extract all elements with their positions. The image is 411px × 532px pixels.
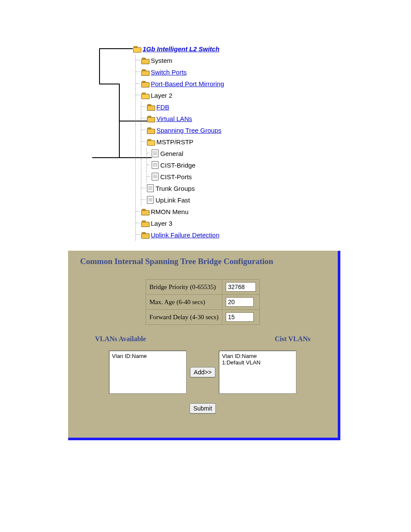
tree-label: RMON Menu: [151, 206, 189, 218]
folder-open-icon: [147, 139, 155, 145]
document-icon: [147, 184, 154, 192]
cfg-label-fwd: Forward Delay (4-30 secs): [146, 310, 222, 325]
tree-item-stg[interactable]: Spanning Tree Groups: [132, 124, 304, 136]
tree-item-cist-bridge[interactable]: CIST-Bridge: [132, 159, 304, 171]
tree-label: General: [160, 148, 183, 159]
folder-icon: [141, 208, 149, 215]
tree-label: Switch Ports: [151, 66, 187, 78]
tree-item-layer2[interactable]: Layer 2: [132, 90, 304, 101]
heading-cist-vlans: Cist VLANs: [275, 335, 311, 343]
tree-item-vlans[interactable]: Virtual LANs: [132, 113, 304, 124]
tree-label: FDB: [156, 101, 169, 113]
cist-vlans-listbox[interactable]: Vlan ID:Name 1:Default VLAN: [219, 351, 296, 394]
folder-icon: [141, 220, 149, 226]
tree-label: Layer 2: [151, 90, 172, 101]
tree-root-label: 1Gb Intelligent L2 Switch: [143, 43, 219, 55]
folder-open-icon: [133, 46, 141, 52]
cfg-label-maxage: Max. Age (6-40 secs): [146, 295, 222, 310]
heading-vlans-available: VLANs Available: [95, 335, 146, 343]
tree-label: System: [151, 55, 172, 66]
tree-label: CIST-Bridge: [160, 159, 196, 171]
tree-item-mstp[interactable]: MSTP/RSTP: [132, 136, 304, 148]
tree-item-cist-ports[interactable]: CIST-Ports: [132, 171, 304, 183]
tree-label: UpLink Fast: [156, 194, 190, 206]
available-vlans-listbox[interactable]: Vlan ID:Name: [109, 351, 187, 394]
folder-icon: [147, 115, 155, 121]
forward-delay-input[interactable]: [226, 312, 254, 322]
tree-label: MSTP/RSTP: [156, 136, 193, 148]
tree-item-system[interactable]: System: [132, 55, 304, 66]
folder-icon: [141, 232, 149, 238]
tree-label: CIST-Ports: [160, 171, 192, 183]
add-button[interactable]: Add>>: [190, 367, 215, 377]
document-icon: [147, 196, 154, 204]
tree-label: Virtual LANs: [156, 113, 192, 124]
folder-open-icon: [141, 92, 149, 98]
tree-item-trunk[interactable]: Trunk Groups: [132, 183, 304, 194]
folder-icon: [141, 69, 149, 75]
tree-item-mirroring[interactable]: Port-Based Port Mirroring: [132, 78, 304, 90]
tree-item-layer3[interactable]: Layer 3: [132, 218, 304, 229]
tree-root[interactable]: 1Gb Intelligent L2 Switch: [132, 43, 304, 55]
config-table: Bridge Priority (0-65535) Max. Age (6-40…: [146, 279, 260, 325]
submit-button[interactable]: Submit: [190, 403, 216, 414]
document-icon: [152, 173, 159, 180]
folder-icon: [147, 104, 155, 110]
bridge-priority-input[interactable]: [226, 282, 256, 292]
folder-icon: [141, 57, 149, 63]
tree-item-ufd[interactable]: Uplink Failure Detection: [132, 229, 304, 241]
cfg-label-priority: Bridge Priority (0-65535): [146, 280, 222, 295]
tree-item-general[interactable]: General: [132, 148, 304, 159]
tree-item-fdb[interactable]: FDB: [132, 101, 304, 113]
tree-label: Spanning Tree Groups: [156, 124, 221, 136]
panel-title: Common Internal Spanning Tree Bridge Con…: [68, 251, 337, 266]
tree-label: Uplink Failure Detection: [151, 229, 219, 241]
tree-label: Port-Based Port Mirroring: [151, 78, 224, 90]
tree-label: Layer 3: [151, 218, 172, 229]
tree-item-rmon[interactable]: RMON Menu: [132, 206, 304, 218]
tree-item-switch-ports[interactable]: Switch Ports: [132, 66, 304, 78]
max-age-input[interactable]: [226, 297, 254, 307]
document-icon: [152, 161, 159, 169]
tree-item-uplinkfast[interactable]: UpLink Fast: [132, 194, 304, 206]
tree-label: Trunk Groups: [156, 183, 195, 194]
document-icon: [152, 149, 159, 157]
folder-icon: [147, 127, 155, 133]
nav-tree: 1Gb Intelligent L2 Switch System Switch …: [132, 43, 304, 241]
folder-icon: [141, 81, 149, 87]
